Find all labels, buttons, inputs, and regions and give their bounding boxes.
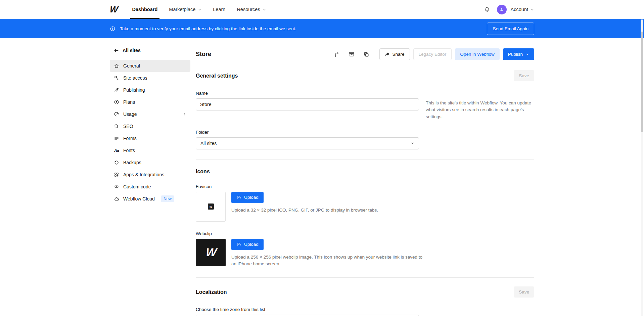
section-divider [196,277,534,278]
sidebar-item-publishing[interactable]: Publishing [110,84,190,96]
user-avatar[interactable]: J. [497,5,507,14]
restore-icon [114,160,119,165]
publish-button[interactable]: Publish [503,48,534,60]
notifications-bell-button[interactable] [484,6,491,13]
nav-item-label: Resources [237,7,260,12]
nav-item-resources[interactable]: Resources [237,0,266,19]
sidebar-item-fonts[interactable]: Aa Fonts [110,144,190,156]
sidebar-item-label: Plans [123,99,135,105]
nav-item-marketplace[interactable]: Marketplace [169,0,201,19]
apps-icon [114,172,119,177]
upload-label: Upload [244,242,259,247]
bell-icon [484,6,490,12]
duplicate-site-button[interactable] [363,51,370,58]
sidebar-item-label: Fonts [123,148,135,153]
sidebar-item-backups[interactable]: Backups [110,156,190,169]
sidebar-item-seo[interactable]: SEO [110,120,190,132]
send-email-again-button[interactable]: Send Email Again [487,22,534,35]
sidebar-item-label: Publishing [123,87,145,93]
webclip-preview: W [196,239,226,266]
sidebar-item-label: SEO [123,124,133,129]
sidebar-item-site-access[interactable]: Site access [110,72,190,84]
webclip-helper-text: Upload a 256 × 256 pixel webclip image. … [231,254,426,268]
code-icon [114,184,119,189]
name-input[interactable] [196,98,419,110]
localization-heading: Localization [196,289,227,295]
chevron-down-icon [525,52,529,56]
key-icon [114,75,119,81]
sidebar-item-label: General [123,63,140,69]
nav-item-learn[interactable]: Learn [213,0,225,19]
legacy-editor-button[interactable]: Legacy Editor [413,48,452,60]
icons-heading: Icons [196,169,534,175]
sidebar-item-usage[interactable]: Usage [110,108,190,120]
webclip-image: W [205,246,216,259]
email-verification-banner: Take a moment to verify your email addre… [0,19,644,38]
nav-item-dashboard[interactable]: Dashboard [132,0,158,19]
folder-select[interactable]: All sites [196,137,419,149]
sidebar-item-label: Webflow Cloud [123,196,155,201]
favicon-image: w [208,204,214,210]
scrollbar-track [641,19,643,316]
gauge-icon [114,111,119,117]
sidebar-item-forms[interactable]: Forms [110,132,190,144]
search-icon [114,124,119,129]
sidebar-item-label: Site access [123,75,147,81]
section-divider [196,160,534,160]
webclip-label: Webclip [196,231,534,236]
sidebar-item-general[interactable]: General [110,60,190,72]
chevron-down-icon [263,8,266,11]
sidebar-item-label: Apps & Integrations [123,172,164,177]
favicon-preview: w [196,192,226,222]
sidebar-item-custom-code[interactable]: Custom code [110,181,190,193]
back-to-all-sites[interactable]: All sites [110,48,190,53]
save-button-general[interactable]: Save [514,70,534,81]
upload-favicon-button[interactable]: Upload [231,192,264,203]
info-icon [110,26,116,32]
save-button-localization[interactable]: Save [514,286,534,298]
favicon-helper-text: Upload a 32 × 32 pixel ICO, PNG, GIF, or… [231,207,378,214]
arrow-left-icon [114,48,119,53]
upload-webclip-button[interactable]: Upload [231,239,264,250]
publish-label: Publish [508,52,523,57]
sidebar-item-apps-integrations[interactable]: Apps & Integrations [110,169,190,181]
rocket-icon [114,87,119,93]
timezone-select[interactable]: [GMT+2:00] Europe/Paris [196,315,419,316]
archive-site-button[interactable] [348,51,355,58]
chevron-down-icon [411,141,414,145]
share-label: Share [393,52,405,57]
archive-icon [349,51,355,57]
top-navbar: W Dashboard Marketplace Learn Resources … [0,0,644,19]
account-menu[interactable]: Account [511,7,534,12]
sidebar-item-label: Usage [123,111,137,117]
new-badge: New [161,195,174,202]
share-icon [385,52,390,57]
upgrade-icon [114,99,119,105]
page-title: Store [196,51,211,58]
timezone-label: Choose the time zone from this list [196,307,534,312]
nav-item-label: Learn [213,7,225,12]
sidebar-item-plans[interactable]: Plans [110,96,190,108]
name-label: Name [196,91,534,96]
fonts-icon: Aa [114,148,119,153]
webflow-logo[interactable]: W [109,4,118,15]
nav-item-label: Marketplace [169,7,195,12]
scrollbar-thumb[interactable] [641,32,643,132]
sidebar-item-label: Custom code [123,184,151,189]
forms-icon [114,136,119,141]
sidebar-item-webflow-cloud[interactable]: Webflow Cloud New [110,193,190,205]
transfer-site-button[interactable] [333,51,340,58]
back-label: All sites [123,48,141,53]
chevron-down-icon [531,8,534,11]
cloud-icon [114,196,119,201]
favicon-label: Favicon [196,184,534,189]
folder-label: Folder [196,130,534,135]
sidebar-item-label: Forms [123,136,137,141]
open-in-webflow-button[interactable]: Open in Webflow [455,48,500,60]
upload-label: Upload [244,195,259,200]
primary-nav: Dashboard Marketplace Learn Resources [132,0,266,19]
account-label: Account [511,7,528,12]
home-icon [114,63,119,69]
share-button[interactable]: Share [379,48,410,60]
banner-message: Take a moment to verify your email addre… [120,26,296,31]
